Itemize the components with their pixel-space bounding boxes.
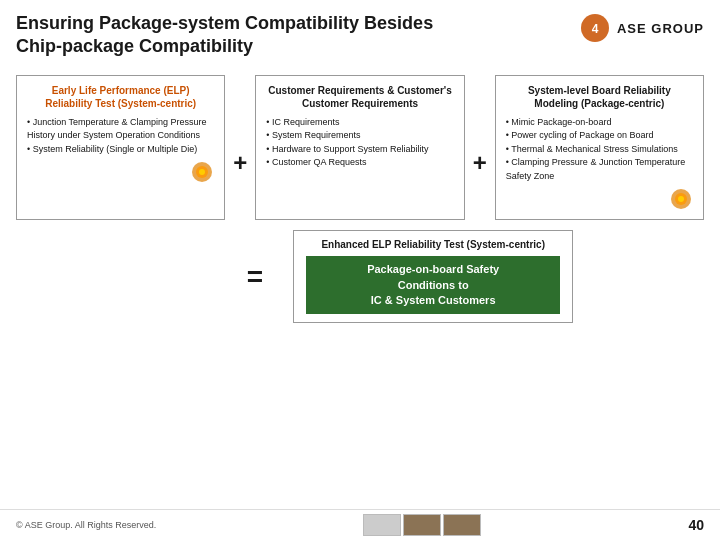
box1-title: Early Life Performance (ELP) Reliability…	[27, 84, 214, 110]
main-content: Early Life Performance (ELP) Reliability…	[0, 67, 720, 509]
header: Ensuring Package-system Compatibility Be…	[0, 0, 720, 67]
page-number: 40	[688, 517, 704, 533]
box2-list: IC Requirements System Requirements Hard…	[266, 116, 453, 170]
list-item: Mimic Package-on-board	[506, 116, 693, 130]
logo: 4 ASE GROUP	[579, 12, 704, 44]
equals-operator: =	[247, 261, 273, 293]
list-item: Junction Temperature & Clamping Pressure…	[27, 116, 214, 143]
box1-list: Junction Temperature & Clamping Pressure…	[27, 116, 214, 157]
top-row: Early Life Performance (ELP) Reliability…	[16, 75, 704, 221]
list-item: Power cycling of Package on Board	[506, 129, 693, 143]
svg-text:4: 4	[592, 22, 599, 36]
footer-images	[363, 514, 481, 536]
result-box-title: Enhanced ELP Reliability Test (System-ce…	[306, 239, 560, 250]
svg-point-4	[199, 169, 205, 175]
footer-image-3	[443, 514, 481, 536]
box-elp: Early Life Performance (ELP) Reliability…	[16, 75, 225, 221]
logo-text: ASE GROUP	[617, 21, 704, 36]
list-item: Clamping Pressure & Junction Temperature…	[506, 156, 693, 183]
list-item: Customer QA Requests	[266, 156, 453, 170]
box-system-board: System-level Board Reliability Modeling …	[495, 75, 704, 221]
copyright-text: © ASE Group. All Rights Reserved.	[16, 520, 156, 530]
svg-point-7	[678, 196, 684, 202]
plus-operator-1: +	[225, 105, 255, 221]
list-item: System Reliability (Single or Multiple D…	[27, 143, 214, 157]
page-title: Ensuring Package-system Compatibility Be…	[16, 12, 433, 59]
footer: © ASE Group. All Rights Reserved. 40	[0, 509, 720, 540]
box3-title: System-level Board Reliability Modeling …	[506, 84, 693, 110]
bottom-row: = Enhanced ELP Reliability Test (System-…	[16, 230, 704, 323]
plus-operator-2: +	[465, 105, 495, 221]
list-item: IC Requirements	[266, 116, 453, 130]
box2-title: Customer Requirements & Customer's Custo…	[266, 84, 453, 110]
ase-logo-icon: 4	[579, 12, 611, 44]
result-box: Enhanced ELP Reliability Test (System-ce…	[293, 230, 573, 323]
list-item: Thermal & Mechanical Stress Simulations	[506, 143, 693, 157]
page: Ensuring Package-system Compatibility Be…	[0, 0, 720, 540]
footer-image-1	[363, 514, 401, 536]
result-box-highlight: Package-on-board Safety Conditions to IC…	[306, 256, 560, 314]
footer-image-2	[403, 514, 441, 536]
list-item: Hardware to Support System Reliability	[266, 143, 453, 157]
box3-list: Mimic Package-on-board Power cycling of …	[506, 116, 693, 184]
list-item: System Requirements	[266, 129, 453, 143]
star-decoration2	[506, 187, 693, 211]
star-decoration1	[27, 160, 214, 184]
box-customer-req: Customer Requirements & Customer's Custo…	[255, 75, 464, 221]
